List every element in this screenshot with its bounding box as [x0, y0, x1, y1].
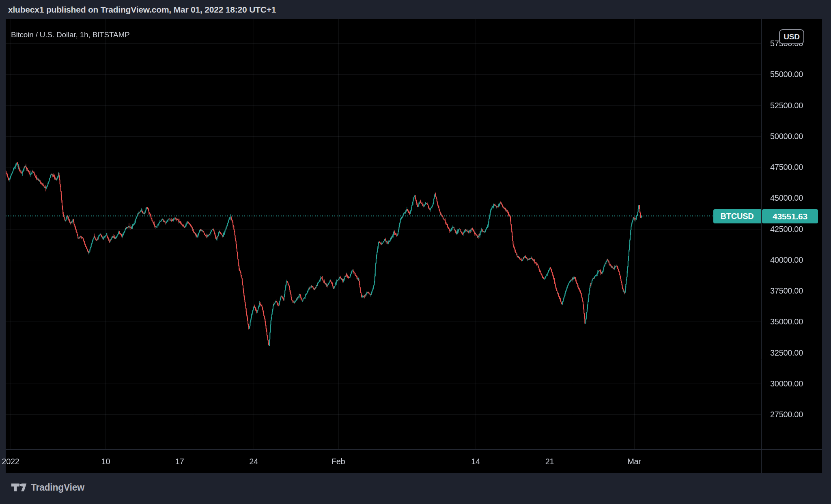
time-tick-label: 10	[101, 457, 110, 466]
price-tick-label: 47500.00	[770, 162, 803, 172]
price-tick-label: 40000.00	[770, 255, 803, 265]
candlestick-chart-canvas[interactable]	[6, 19, 822, 473]
price-tick-label: 50000.00	[770, 131, 803, 141]
price-tick-label: 45000.00	[770, 193, 803, 203]
time-tick-label: 24	[249, 457, 258, 466]
tradingview-logo-text: TradingView	[31, 482, 84, 493]
currency-usd-badge: USD	[779, 29, 804, 44]
price-tick-label: 35000.00	[770, 317, 803, 326]
chart-area: Bitcoin / U.S. Dollar, 1h, BITSTAMP 5750…	[6, 19, 822, 473]
last-price-badge: 43551.63	[762, 209, 818, 223]
attribution-bar: xlubecx1 published on TradingView.com, M…	[0, 0, 831, 19]
symbol-price-label: BTCUSD	[713, 209, 761, 223]
time-tick-label: 17	[175, 457, 184, 466]
price-tick-label: 30000.00	[770, 379, 803, 388]
tradingview-snapshot: xlubecx1 published on TradingView.com, M…	[0, 0, 831, 504]
time-tick-label: 2022	[2, 457, 19, 466]
tradingview-logo-icon	[11, 481, 27, 493]
price-tick-label: 55000.00	[770, 69, 803, 79]
attribution-text: xlubecx1 published on TradingView.com, M…	[8, 5, 276, 15]
price-tick-label: 32500.00	[770, 348, 803, 358]
tradingview-logo[interactable]: TradingView	[11, 479, 84, 495]
price-tick-label: 42500.00	[770, 224, 803, 234]
symbol-legend: Bitcoin / U.S. Dollar, 1h, BITSTAMP	[11, 30, 130, 39]
time-tick-label: Feb	[332, 457, 345, 466]
price-tick-label: 52500.00	[770, 101, 803, 110]
price-tick-label: 27500.00	[770, 410, 803, 419]
time-tick-label: 14	[471, 457, 480, 466]
time-tick-label: 21	[545, 457, 554, 466]
price-tick-label: 37500.00	[770, 286, 803, 296]
time-tick-label: Mar	[627, 457, 641, 466]
